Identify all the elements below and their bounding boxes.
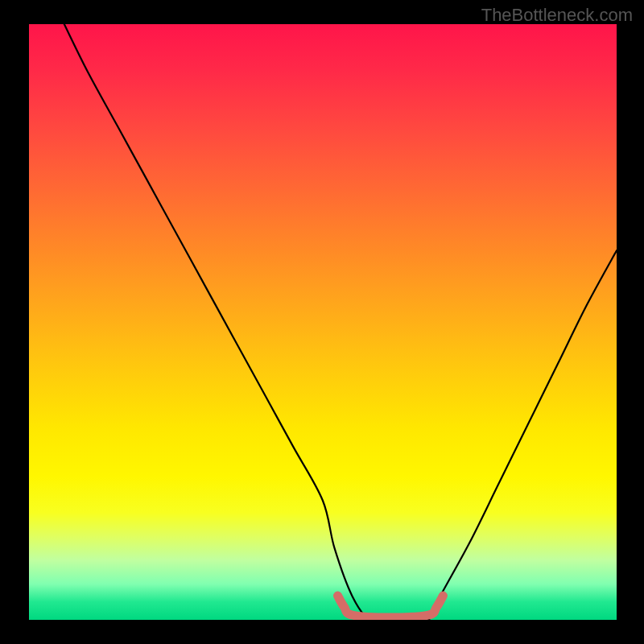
chart-plot-area	[29, 24, 617, 620]
bottleneck-curve-path	[64, 24, 617, 620]
chart-svg	[29, 24, 617, 620]
watermark-text: TheBottleneck.com	[481, 5, 633, 26]
